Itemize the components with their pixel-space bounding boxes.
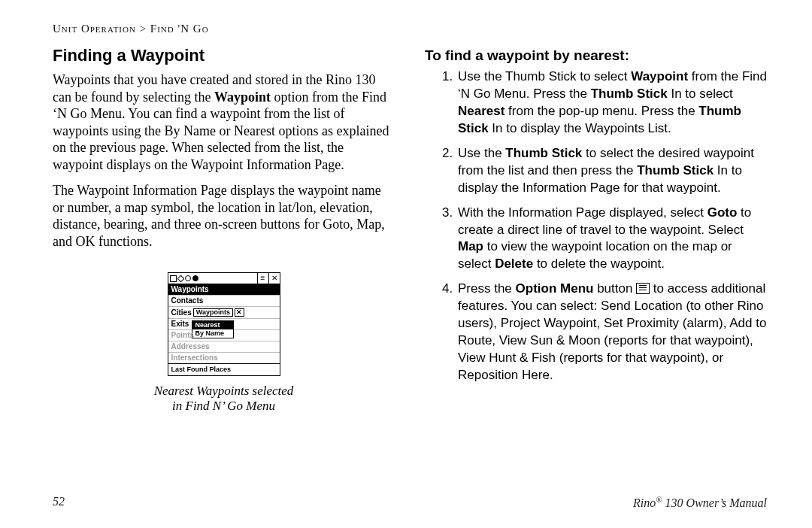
steps-list: Use the Thumb Stick to select Waypoint f… xyxy=(425,68,767,384)
bold-term: Option Menu xyxy=(516,281,594,296)
device-menu-button[interactable]: ≡ xyxy=(257,273,268,284)
step-2: Use the Thumb Stick to select the desire… xyxy=(456,145,767,197)
device-item-contacts[interactable]: Contacts xyxy=(168,295,280,306)
device-item-label: Exits xyxy=(171,320,189,328)
left-column: Finding a Waypoint Waypoints that you ha… xyxy=(53,43,395,414)
titlebar-shape-icon xyxy=(170,275,177,282)
page-number: 52 xyxy=(53,495,65,510)
step-3: With the Information Page displayed, sel… xyxy=(456,205,767,274)
intro-paragraph-1: Waypoints that you have created and stor… xyxy=(53,71,395,173)
manual-page: Unit Operation > Find 'N Go Finding a Wa… xyxy=(0,0,812,528)
device-last-found[interactable]: Last Found Places xyxy=(168,363,280,375)
device-item-addresses: Addresses xyxy=(168,341,280,352)
page-footer: 52 Rino® 130 Owner’s Manual xyxy=(53,495,767,510)
titlebar-icons xyxy=(168,273,257,284)
steps-heading: To find a waypoint by nearest: xyxy=(425,47,767,64)
registered-icon: ® xyxy=(656,495,662,504)
figure-caption: Nearest Waypoints selected in Find N’ Go… xyxy=(53,384,395,414)
step-4: Press the Option Menu button to access a… xyxy=(456,281,767,384)
right-column: To find a waypoint by nearest: Use the T… xyxy=(425,43,767,414)
bold-term: Map xyxy=(458,239,483,253)
device-tag-close-icon[interactable]: ✕ xyxy=(235,308,244,317)
bold-term: Delete xyxy=(495,256,533,271)
caption-line1: Nearest Waypoints selected xyxy=(154,384,294,398)
device-item-intersections: Intersections xyxy=(168,352,280,363)
titlebar-circle-icon xyxy=(192,275,198,281)
titlebar-buttons: ≡ ✕ xyxy=(257,273,280,284)
section-heading: Finding a Waypoint xyxy=(53,46,395,65)
device-item-cities[interactable]: Cities Waypoints ✕ xyxy=(168,306,280,318)
titlebar-circle-icon xyxy=(185,275,191,281)
caption-line2: in Find N’ Go Menu xyxy=(172,399,275,413)
manual-title: Rino® 130 Owner’s Manual xyxy=(633,495,767,510)
intro-paragraph-2: The Waypoint Information Page displays t… xyxy=(53,182,395,250)
device-popup: Nearest By Name xyxy=(192,320,234,338)
p1-bold: Waypoint xyxy=(214,90,271,105)
bold-term: Goto xyxy=(707,205,738,220)
device-screenshot: ≡ ✕ Waypoints Contacts Cities Waypoints … xyxy=(168,272,280,376)
device-titlebar: ≡ ✕ xyxy=(168,273,280,284)
device-tab-waypoints[interactable]: Waypoints xyxy=(168,284,280,295)
manual-suffix: 130 Owner’s Manual xyxy=(662,496,767,509)
device-waypoints-tag[interactable]: Waypoints xyxy=(193,308,233,317)
bold-term: Thumb Stick xyxy=(591,86,668,101)
bold-term: Thumb Stick xyxy=(637,163,714,178)
device-popup-nearest[interactable]: Nearest xyxy=(192,321,233,329)
device-close-button[interactable]: ✕ xyxy=(268,273,280,284)
columns: Finding a Waypoint Waypoints that you ha… xyxy=(53,43,767,414)
device-list: Contacts Cities Waypoints ✕ Exits Near xyxy=(168,295,280,375)
figure: ≡ ✕ Waypoints Contacts Cities Waypoints … xyxy=(53,272,395,414)
device-item-label: Cities xyxy=(171,309,192,317)
bold-term: Thumb Stick xyxy=(505,146,582,160)
step-1: Use the Thumb Stick to select Waypoint f… xyxy=(456,68,767,138)
manual-brand: Rino xyxy=(633,496,656,509)
breadcrumb: Unit Operation > Find 'N Go xyxy=(53,23,767,35)
bold-term: Waypoint xyxy=(631,69,688,83)
option-menu-icon xyxy=(636,283,650,294)
titlebar-shape-icon xyxy=(177,275,184,282)
bold-term: Nearest xyxy=(458,104,504,118)
device-popup-byname[interactable]: By Name xyxy=(192,329,233,338)
